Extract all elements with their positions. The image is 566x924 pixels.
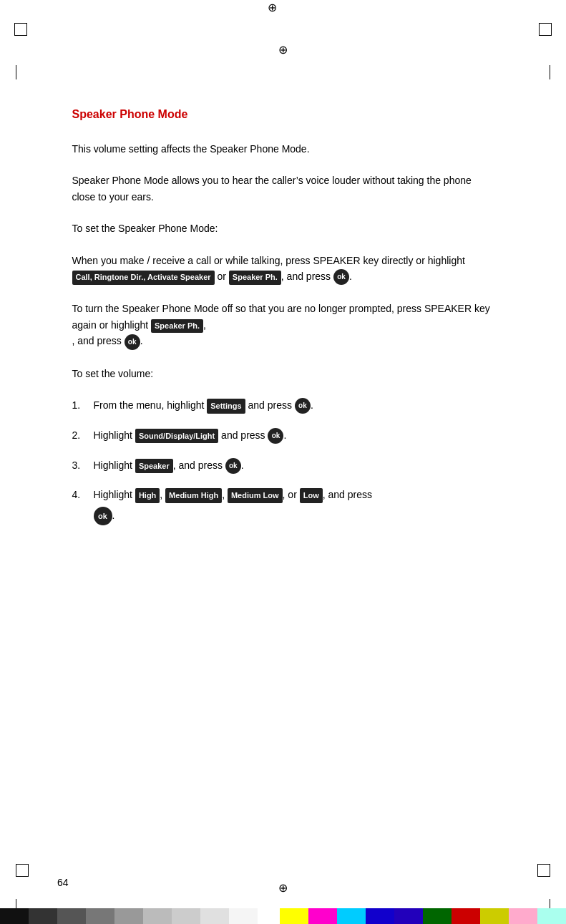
top-color-bars: ⊕: [0, 0, 566, 16]
list-item-1: 1. From the menu, highlight Settings and…: [72, 397, 494, 414]
list-num-4: 4.: [72, 487, 94, 525]
p5-text-start: To turn the Speaker Phone Mode off so th…: [72, 303, 490, 330]
li4-text-mid: , and press: [323, 489, 372, 500]
li1-text-start: From the menu, highlight: [94, 399, 208, 411]
li4-hl1: High: [135, 488, 160, 503]
list-item-2: 2. Highlight Sound/Display/Light and pre…: [72, 427, 494, 444]
bottom-side-marks: [0, 899, 566, 903]
li4-hl4: Low: [300, 488, 323, 503]
section-title: Speaker Phone Mode: [72, 108, 494, 121]
ok-button-li1: ok: [295, 398, 311, 414]
p4-period: .: [349, 271, 352, 282]
li2-text-mid: and press: [218, 429, 268, 441]
bottom-section: ⊕: [0, 864, 566, 924]
side-marks: [0, 65, 566, 79]
paragraph-6: To set the volume:: [72, 366, 494, 381]
p4-and: , and press: [281, 271, 333, 282]
li3-text-mid: , and press: [173, 459, 225, 471]
li3-hl1: Speaker: [135, 459, 173, 474]
list-content-3: Highlight Speaker, and press ok.: [94, 457, 494, 475]
list-num-2: 2.: [72, 427, 94, 444]
ok-button-p5: ok: [125, 334, 140, 350]
li4-text-start: Highlight: [94, 489, 135, 500]
bottom-corner-marks: [0, 864, 566, 877]
bottom-left-corner: [16, 864, 29, 877]
paragraph-4: When you make / receive a call or while …: [72, 253, 494, 286]
top-crosshair: ⊕: [261, 0, 283, 16]
ok-button-li4: ok: [94, 507, 112, 525]
li2-period: .: [283, 429, 286, 441]
li3-text-start: Highlight: [94, 459, 135, 471]
li1-text-mid: and press: [245, 399, 295, 411]
p4-or: or: [215, 271, 229, 282]
top-right-corner: [539, 23, 552, 36]
p4-hl2: Speaker Ph.: [229, 271, 281, 285]
li4-hl2: Medium High: [165, 488, 222, 503]
p4-text-start: When you make / receive a call or while …: [72, 255, 465, 266]
li1-hl1: Settings: [207, 399, 245, 414]
li4-sep2: ,: [222, 489, 228, 500]
bottom-crosshair: ⊕: [0, 877, 566, 899]
paragraph-2: Speaker Phone Mode allows you to hear th…: [72, 172, 494, 205]
p4-hl1: Call, Ringtone Dir., Activate Speaker: [72, 271, 215, 285]
p5-comma: ,: [203, 319, 206, 331]
top-corner-marks: [0, 16, 566, 36]
p5-and: , and press: [72, 335, 125, 346]
li3-period: .: [241, 459, 244, 471]
p5-period: .: [140, 335, 143, 346]
list-content-1: From the menu, highlight Settings and pr…: [94, 397, 494, 414]
top-center-crosshair: ⊕: [0, 36, 566, 59]
li4-hl3: Medium Low: [228, 488, 283, 503]
li2-text-start: Highlight: [94, 429, 135, 441]
page-content: Speaker Phone Mode This volume setting a…: [15, 79, 552, 581]
li2-hl1: Sound/Display/Light: [135, 429, 218, 444]
li4-sep3: , or: [283, 489, 300, 500]
ok-button-li3: ok: [225, 458, 241, 474]
list-num-3: 3.: [72, 457, 94, 475]
bottom-color-bars: [0, 908, 566, 924]
list-num-1: 1.: [72, 397, 94, 414]
list-content-4: Highlight High, Medium High, Medium Low,…: [94, 487, 494, 525]
paragraph-1: This volume setting affects the Speaker …: [72, 141, 494, 157]
list-content-2: Highlight Sound/Display/Light and press …: [94, 427, 494, 444]
ok-button-li2: ok: [268, 428, 283, 444]
bottom-right-corner: [537, 864, 550, 877]
li4-sep1: ,: [160, 489, 165, 500]
top-left-corner: [14, 23, 27, 36]
p5-hl1: Speaker Ph.: [151, 319, 203, 334]
left-mark: [16, 65, 16, 79]
list-item-4: 4. Highlight High, Medium High, Medium L…: [72, 487, 494, 525]
paragraph-5: To turn the Speaker Phone Mode off so th…: [72, 301, 494, 349]
ok-button-p4: ok: [333, 269, 349, 285]
right-mark: [550, 65, 550, 79]
paragraph-3: To set the Speaker Phone Mode:: [72, 220, 494, 236]
li1-period: .: [311, 399, 313, 411]
list-item-3: 3. Highlight Speaker, and press ok.: [72, 457, 494, 475]
li4-period: .: [112, 510, 115, 521]
